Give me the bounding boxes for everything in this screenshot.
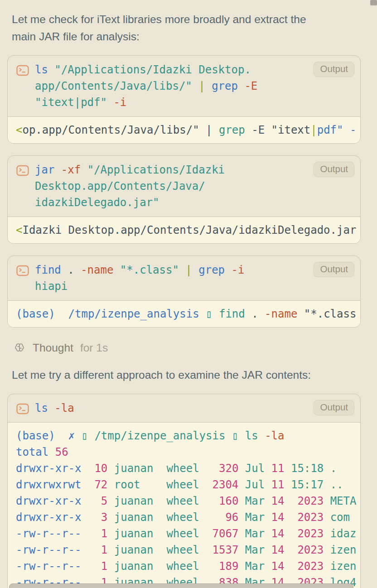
code-line: ls -la (35, 400, 310, 416)
command-output[interactable]: (base) ✗ ▯ /tmp/izenpe_analysis ▯ ls -la… (8, 422, 360, 588)
code-line: jar -xf "/Applications/Idazki Desktop.ap… (35, 162, 310, 211)
code-line: <op.app/Contents/Java/libs/" | grep -E "… (16, 122, 360, 138)
command-text: jar -xf "/Applications/Idazki Desktop.ap… (35, 162, 310, 211)
terminal-icon (16, 265, 29, 276)
output-toggle-badge[interactable]: Output (314, 400, 354, 415)
terminal-icon (16, 64, 29, 76)
code-line: drwxr-xr-x 5 juanan wheel 160 Mar 14 202… (16, 493, 360, 509)
code-line: drwxr-xr-x 3 juanan wheel 96 Mar 14 2023… (16, 509, 360, 525)
assistant-message-text: Let me try a different approach to exami… (12, 366, 359, 384)
thought-duration: for 1s (80, 341, 108, 355)
code-line: drwxrwxrwt 72 root wheel 2304 Jul 11 15:… (16, 477, 360, 493)
command-code-area[interactable]: ls "/Applications/Idazki Desktop. app/Co… (8, 56, 360, 116)
thought-row[interactable]: Thought for 1s (13, 341, 359, 355)
command-output[interactable]: <Idazki Desktop.app/Contents/Java/idazki… (8, 217, 360, 243)
terminal-command-block: jar -xf "/Applications/Idazki Desktop.ap… (7, 155, 361, 244)
command-output[interactable]: (base) /tmp/izenpe_analysis ▯ find . -na… (8, 300, 360, 327)
thought-label: Thought (33, 341, 73, 355)
output-toggle-badge[interactable]: Output (314, 162, 354, 177)
output-horizontal-scrollbar-thumb[interactable] (9, 583, 353, 588)
terminal-icon (16, 403, 29, 414)
output-toggle-badge[interactable]: Output (314, 262, 354, 277)
code-line: (base) /tmp/izenpe_analysis ▯ find . -na… (16, 306, 360, 322)
code-line: total 56 (16, 444, 360, 460)
code-line: -rw-r--r-- 1 juanan wheel 1537 Mar 14 20… (16, 542, 360, 558)
terminal-command-block: ls -la Output (base) ✗ ▯ /tmp/izenpe_ana… (7, 394, 361, 588)
code-line: ls "/Applications/Idazki Desktop. app/Co… (35, 62, 310, 111)
brain-icon (13, 342, 26, 354)
command-code-area[interactable]: jar -xf "/Applications/Idazki Desktop.ap… (8, 156, 360, 217)
terminal-command-block: find . -name "*.class" | grep -i hiapi O… (7, 255, 361, 328)
assistant-message-text: Let me check for iText libraries more br… (12, 11, 359, 45)
command-output[interactable]: <op.app/Contents/Java/libs/" | grep -E "… (8, 116, 360, 143)
output-toggle-badge[interactable]: Output (314, 62, 354, 77)
code-line: -rw-r--r-- 1 juanan wheel 7067 Mar 14 20… (16, 525, 360, 542)
terminal-command-block: ls "/Applications/Idazki Desktop. app/Co… (7, 55, 361, 144)
chat-transcript: Let me check for iText libraries more br… (0, 11, 377, 588)
page-scrollbar-thumb[interactable] (370, 0, 377, 5)
command-text: find . -name "*.class" | grep -i hiapi (35, 262, 310, 294)
code-line: -rw-r--r-- 1 juanan wheel 189 Mar 14 202… (16, 558, 360, 574)
command-text: ls "/Applications/Idazki Desktop. app/Co… (35, 62, 310, 111)
code-line: (base) ✗ ▯ /tmp/izenpe_analysis ▯ ls -la (16, 428, 360, 444)
code-line: find . -name "*.class" | grep -i hiapi (35, 262, 310, 294)
command-text: ls -la (35, 400, 310, 416)
code-line: drwxr-xr-x 10 juanan wheel 320 Jul 11 15… (16, 460, 360, 477)
terminal-icon (16, 164, 29, 176)
command-code-area[interactable]: find . -name "*.class" | grep -i hiapi O… (8, 256, 360, 300)
code-line: <Idazki Desktop.app/Contents/Java/idazki… (16, 222, 360, 238)
command-code-area[interactable]: ls -la Output (8, 394, 360, 422)
